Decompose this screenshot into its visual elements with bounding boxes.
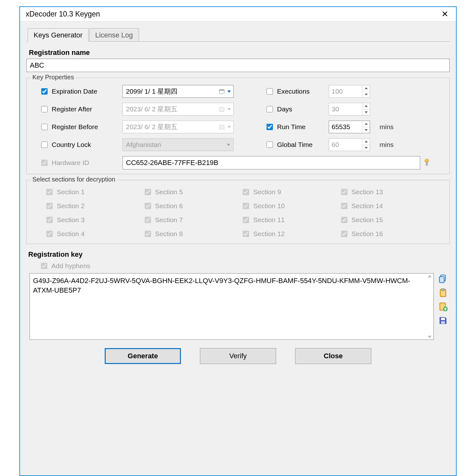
section-checkbox: Section 9 <box>241 188 340 196</box>
calendar-dropdown-icon[interactable] <box>219 88 231 95</box>
country-lock-checkbox[interactable]: Country Lock <box>40 141 119 149</box>
tab-license-log[interactable]: License Log <box>89 28 139 41</box>
section-label: Section 2 <box>57 202 85 210</box>
register-after-checkbox[interactable]: Register After <box>40 105 119 113</box>
global-time-spinner[interactable]: 60 <box>329 138 370 151</box>
executions-value: 100 <box>329 85 362 97</box>
scrollbar[interactable] <box>426 275 433 338</box>
section-label: Section 15 <box>352 216 383 224</box>
registration-name-input[interactable] <box>26 59 450 72</box>
runtime-unit: mins <box>380 123 402 131</box>
section-label: Section 4 <box>57 230 85 238</box>
hardware-id-checkbox: Hardware ID <box>40 159 119 167</box>
section-checkbox: Section 5 <box>143 188 242 196</box>
register-after-picker[interactable]: 2023/ 6/ 2 星期五 <box>122 103 234 116</box>
register-before-picker[interactable]: 2023/ 6/ 2 星期五 <box>122 121 234 133</box>
register-after-value: 2023/ 6/ 2 星期五 <box>126 105 177 114</box>
executions-checkbox[interactable]: Executions <box>265 87 326 96</box>
section-check <box>341 203 347 209</box>
expiration-date-value: 2099/ 1/ 1 星期四 <box>126 87 177 96</box>
section-check <box>145 203 151 209</box>
section-check <box>46 189 53 195</box>
register-before-label: Register Before <box>52 123 98 131</box>
section-checkbox: Section 2 <box>45 202 143 210</box>
spinner-down-icon[interactable] <box>362 92 370 98</box>
svg-rect-1 <box>220 89 224 90</box>
section-checkbox: Section 6 <box>143 202 242 210</box>
verify-button[interactable]: Verify <box>200 348 276 364</box>
section-label: Section 1 <box>57 188 85 196</box>
section-check <box>341 189 347 195</box>
calendar-dropdown-icon[interactable] <box>219 124 231 130</box>
section-label: Section 11 <box>253 216 285 224</box>
country-lock-check[interactable] <box>41 142 48 148</box>
section-label: Section 8 <box>155 230 183 238</box>
client-area: Keys Generator License Log Registration … <box>20 22 456 375</box>
button-row: Generate Verify Close <box>26 340 450 370</box>
registration-name-label: Registration name <box>29 49 450 57</box>
scroll-up-icon[interactable] <box>428 275 432 277</box>
generate-button[interactable]: Generate <box>105 348 181 364</box>
save-icon[interactable] <box>438 316 448 325</box>
spinner-down-icon[interactable] <box>362 109 370 116</box>
section-checkbox: Section 14 <box>340 202 438 210</box>
days-spinner[interactable]: 30 <box>329 103 370 116</box>
country-lock-value: Afghanistan <box>126 141 161 149</box>
register-before-checkbox[interactable]: Register Before <box>40 123 119 131</box>
runtime-checkbox[interactable]: Run Time <box>265 123 326 131</box>
global-time-checkbox[interactable]: Global Time <box>265 141 326 149</box>
spinner-up-icon[interactable] <box>362 85 370 92</box>
section-label: Section 16 <box>352 230 383 238</box>
add-hyphens-checkbox: Add hyphens <box>28 262 450 273</box>
add-icon[interactable] <box>438 302 448 311</box>
spinner-down-icon[interactable] <box>362 127 370 133</box>
spinner-up-icon[interactable] <box>362 121 370 127</box>
section-check <box>243 231 249 237</box>
country-lock-select[interactable]: Afghanistan <box>122 138 234 151</box>
section-label: Section 10 <box>253 202 285 210</box>
executions-check[interactable] <box>267 88 273 95</box>
section-label: Section 12 <box>253 230 285 238</box>
registration-key-textarea[interactable]: G49J-Z96A-A4D2-F2UJ-5WRV-5QVA-BGHN-EEK2-… <box>30 273 434 340</box>
window-title: xDecoder 10.3 Keygen <box>26 10 100 18</box>
runtime-value: 65535 <box>329 121 362 133</box>
scroll-down-icon[interactable] <box>428 336 432 338</box>
spinner-down-icon[interactable] <box>362 145 370 151</box>
expiration-date-label: Expiration Date <box>52 88 97 95</box>
register-before-value: 2023/ 6/ 2 星期五 <box>126 122 177 131</box>
days-value: 30 <box>329 103 362 115</box>
expiration-date-checkbox[interactable]: Expiration Date <box>40 87 119 96</box>
paste-icon[interactable] <box>438 288 448 297</box>
section-checkbox: Section 3 <box>45 216 143 224</box>
section-checkbox: Section 13 <box>340 188 438 196</box>
spinner-up-icon[interactable] <box>362 103 370 109</box>
expiration-date-picker[interactable]: 2099/ 1/ 1 星期四 <box>122 85 234 98</box>
close-button[interactable]: Close <box>295 348 371 364</box>
days-check[interactable] <box>267 106 273 112</box>
hardware-tool-icon[interactable] <box>423 158 430 167</box>
section-checkbox: Section 12 <box>241 230 340 238</box>
calendar-dropdown-icon[interactable] <box>219 106 231 112</box>
section-checkbox: Section 7 <box>143 216 242 224</box>
runtime-spinner[interactable]: 65535 <box>329 121 370 133</box>
svg-rect-12 <box>441 318 445 320</box>
registration-key-label: Registration key <box>28 250 450 259</box>
global-time-check[interactable] <box>267 142 273 148</box>
runtime-check[interactable] <box>267 124 273 130</box>
register-before-check[interactable] <box>41 124 48 130</box>
tab-keys-generator[interactable]: Keys Generator <box>28 28 89 42</box>
section-check <box>145 217 151 223</box>
close-icon[interactable]: ✕ <box>438 8 452 20</box>
copy-icon[interactable] <box>438 274 448 283</box>
global-time-label: Global Time <box>277 141 313 149</box>
tabstrip: Keys Generator License Log <box>26 28 450 42</box>
spinner-up-icon[interactable] <box>362 139 370 145</box>
executions-spinner[interactable]: 100 <box>329 85 370 98</box>
window: xDecoder 10.3 Keygen ✕ Keys Generator Li… <box>19 6 457 476</box>
days-checkbox[interactable]: Days <box>265 105 326 113</box>
hardware-id-input[interactable]: CC652-26ABE-77FFE-B219B <box>122 156 420 169</box>
expiration-date-check[interactable] <box>41 88 48 95</box>
chevron-down-icon <box>227 144 230 146</box>
register-after-check[interactable] <box>41 106 48 112</box>
hardware-id-label: Hardware ID <box>52 159 89 167</box>
